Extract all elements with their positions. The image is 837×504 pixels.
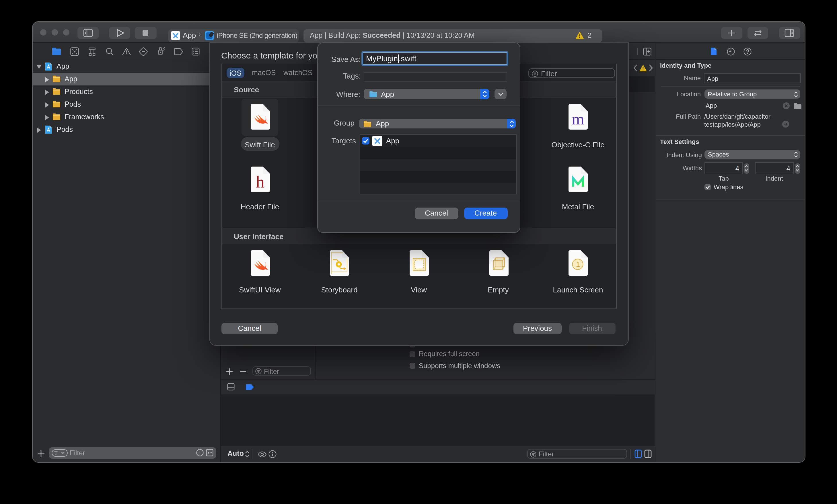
svg-text:h: h (255, 172, 264, 191)
svg-text:m: m (572, 110, 584, 128)
svg-text:1: 1 (576, 260, 580, 268)
